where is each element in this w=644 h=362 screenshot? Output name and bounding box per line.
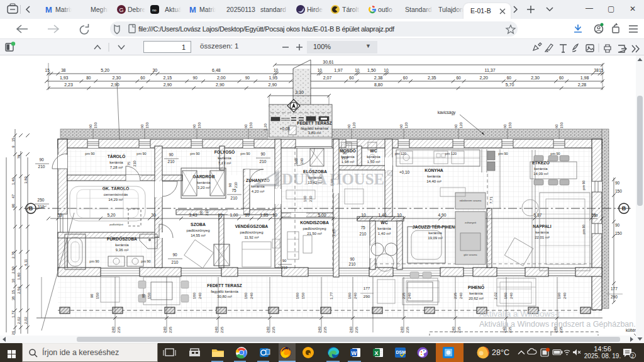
svg-text:47: 47 (11, 194, 15, 198)
svg-text:15: 15 (11, 290, 15, 294)
svg-text:60: 60 (507, 76, 512, 80)
svg-text:Aktiválja a Windows rendszert: Aktiválja a Windows rendszert a Gépházba… (479, 320, 636, 329)
svg-text:WC: WC (370, 149, 377, 153)
svg-text:240: 240 (318, 326, 321, 333)
svg-text:X: X (375, 350, 379, 356)
svg-text:20,62 m²: 20,62 m² (469, 297, 484, 300)
svg-text:2,02: 2,02 (494, 292, 497, 300)
svg-text:1,98: 1,98 (580, 76, 589, 80)
svg-text:kerámia: kerámia (534, 167, 548, 171)
svg-text:90: 90 (282, 259, 287, 263)
svg-text:2,90: 2,90 (164, 82, 172, 87)
svg-text:5,70: 5,70 (506, 82, 514, 87)
svg-text:120: 120 (404, 122, 408, 128)
svg-text:1,40: 1,40 (378, 213, 386, 217)
svg-text:kerámia: kerámia (197, 181, 211, 184)
svg-text:150: 150 (249, 122, 253, 128)
svg-text:5,20: 5,20 (101, 68, 109, 72)
svg-text:240: 240 (214, 326, 218, 333)
svg-text:10: 10 (361, 213, 366, 217)
svg-text:R: R (389, 172, 391, 176)
svg-text:10: 10 (272, 213, 277, 217)
svg-text:10: 10 (245, 213, 250, 217)
svg-text:60: 60 (559, 76, 564, 80)
svg-text:5,00: 5,00 (318, 213, 326, 217)
svg-text:1,40 m²: 1,40 m² (378, 232, 391, 235)
svg-text:80: 80 (86, 76, 91, 80)
svg-text:no: no (152, 8, 157, 12)
svg-text:19,09 m²: 19,09 m² (428, 236, 443, 240)
svg-text:1,77: 1,77 (330, 292, 333, 300)
svg-text:14,40 m²: 14,40 m² (426, 179, 441, 183)
svg-text:2,07: 2,07 (323, 76, 332, 80)
svg-text:10: 10 (11, 278, 15, 283)
svg-text:SZOBA: SZOBA (191, 222, 206, 227)
svg-text:150: 150 (145, 122, 149, 128)
svg-text:60: 60 (140, 76, 145, 80)
svg-text:90: 90 (172, 252, 177, 257)
svg-text:240: 240 (250, 292, 253, 299)
svg-text:kavicságy: kavicságy (438, 110, 456, 115)
svg-text:240: 240 (111, 326, 115, 333)
svg-text:210: 210 (360, 232, 367, 236)
svg-text:240: 240 (563, 292, 567, 299)
svg-text:150: 150 (615, 189, 622, 193)
svg-text:60: 60 (503, 125, 507, 128)
svg-text:60: 60 (456, 76, 461, 80)
svg-text:75: 75 (127, 162, 131, 166)
svg-text:235: 235 (457, 326, 461, 333)
svg-text:150: 150 (301, 292, 305, 299)
svg-text:210: 210 (341, 156, 348, 160)
svg-text:90: 90 (11, 203, 15, 208)
svg-text:pm 90: pm 90 (190, 152, 199, 156)
svg-text:235: 235 (406, 326, 409, 333)
svg-text:150: 150 (615, 231, 622, 235)
svg-text:zuhanyzó: zuhanyzó (465, 221, 477, 224)
svg-text:90: 90 (245, 76, 250, 80)
svg-text:7,13 m²: 7,13 m² (218, 161, 231, 165)
svg-text:80: 80 (199, 211, 203, 215)
svg-text:pm 90: pm 90 (136, 152, 146, 156)
svg-text:1,20: 1,20 (264, 123, 267, 130)
svg-text:150: 150 (197, 122, 201, 128)
svg-text:210: 210 (231, 196, 238, 200)
svg-text:90: 90 (169, 152, 174, 157)
svg-text:240: 240 (300, 158, 304, 164)
svg-text:7,28 m²: 7,28 m² (110, 166, 123, 169)
svg-text:2,23: 2,23 (64, 82, 73, 87)
svg-text:235: 235 (272, 326, 275, 333)
svg-text:120: 120 (352, 122, 356, 128)
svg-text:235: 235 (117, 326, 121, 333)
svg-text:1,50: 1,50 (367, 68, 376, 72)
svg-text:240: 240 (198, 292, 202, 299)
svg-text:21,50 m²: 21,50 m² (307, 232, 322, 235)
svg-text:38: 38 (61, 68, 66, 72)
svg-text:4,11: 4,11 (24, 259, 28, 266)
svg-text:kerámia: kerámia (115, 243, 129, 247)
svg-text:DUNA HOUSE: DUNA HOUSE (282, 170, 384, 188)
svg-text:120: 120 (459, 122, 463, 128)
svg-text:2,30: 2,30 (113, 76, 121, 80)
svg-text:210: 210 (38, 164, 45, 169)
svg-text:+0,10: +0,10 (399, 170, 410, 174)
svg-text:150: 150 (560, 122, 564, 128)
svg-text:235: 235 (220, 326, 224, 333)
svg-text:5,87: 5,87 (533, 213, 541, 217)
svg-text:M: M (45, 5, 52, 14)
svg-text:kerámia: kerámia (535, 230, 549, 234)
svg-text:kerámia: kerámia (367, 155, 380, 159)
svg-text:2,20: 2,20 (479, 76, 488, 80)
svg-text:VENDÉGSZOBA: VENDÉGSZOBA (235, 223, 269, 229)
svg-text:9: 9 (11, 145, 15, 148)
svg-text:GARDRÓB: GARDRÓB (192, 174, 214, 179)
svg-text:210: 210 (172, 260, 179, 264)
svg-text:7,71: 7,71 (489, 196, 493, 204)
svg-text:2,02: 2,02 (24, 317, 28, 324)
svg-text:2,28: 2,28 (578, 82, 587, 87)
svg-text:235: 235 (453, 292, 457, 299)
svg-text:90: 90 (142, 293, 145, 298)
svg-text:1,97: 1,97 (334, 68, 343, 72)
svg-text:210: 210 (168, 159, 175, 164)
svg-text:290: 290 (611, 295, 618, 299)
svg-text:6,48: 6,48 (212, 68, 221, 72)
